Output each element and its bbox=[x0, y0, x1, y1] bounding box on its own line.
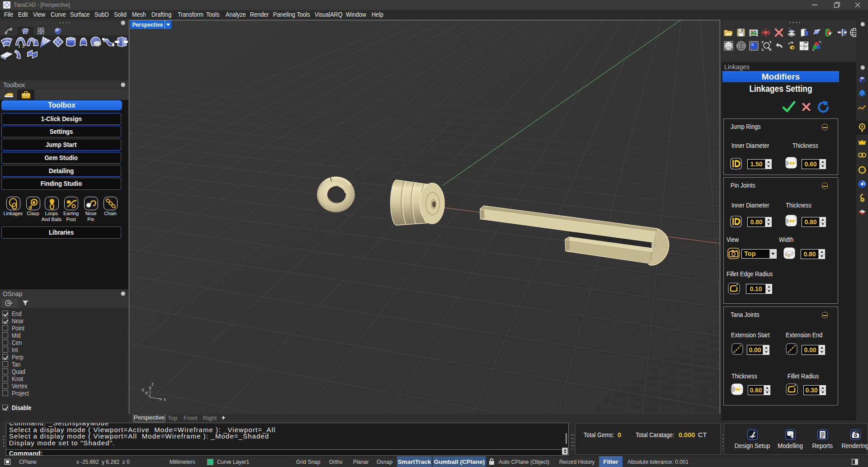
svg-text:x: x bbox=[164, 397, 166, 402]
svg-text:z: z bbox=[151, 382, 154, 387]
svg-text:2: 2 bbox=[22, 43, 24, 48]
svg-text:y: y bbox=[142, 387, 144, 392]
svg-text:1: 1 bbox=[18, 43, 20, 48]
